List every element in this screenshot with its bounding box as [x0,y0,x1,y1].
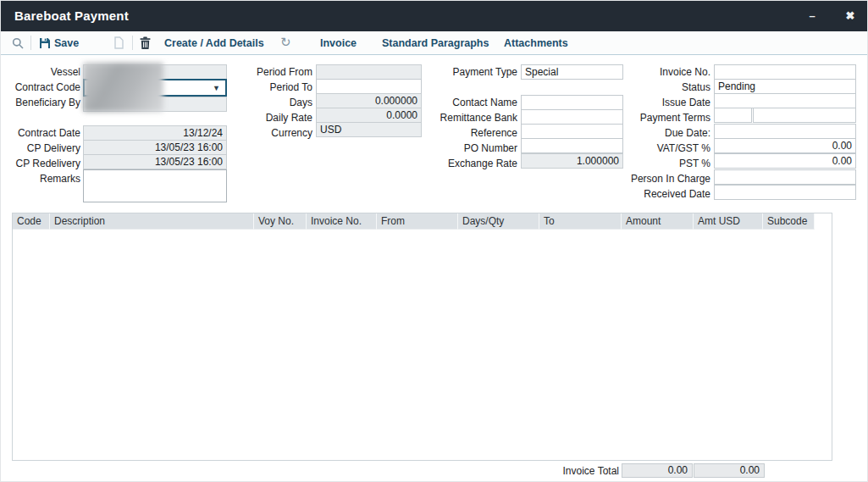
create-add-details-button[interactable]: Create / Add Details [164,31,264,55]
details-grid-body [13,230,832,460]
copy-document-icon[interactable] [114,36,124,51]
exchange-rate-label: Exchange Rate [424,156,517,171]
standard-paragraphs-button[interactable]: Standard Paragraphs [382,31,489,55]
person-in-charge-field[interactable] [714,169,856,185]
issue-date-field[interactable] [714,93,856,108]
contract-code-label: Contract Code [1,80,80,95]
details-grid: Code Description Voy No. Invoice No. Fro… [12,213,832,461]
invoice-no-field[interactable] [714,64,856,80]
beneficiary-by-label: Beneficiary By [1,95,80,110]
bareboat-payment-window: Bareboat Payment – ✖ Save Create / Add D… [0,0,868,482]
invoice-button[interactable]: Invoice [320,31,357,55]
column-header-voy-no[interactable]: Voy No. [254,213,307,230]
payment-type-label: Payment Type [424,64,517,80]
period-to-label: Period To [238,80,312,95]
vat-gst-label: VAT/GST % [594,141,710,156]
invoice-total-label: Invoice Total [517,463,619,479]
cp-redelivery-field [83,154,227,169]
status-field[interactable] [714,79,856,94]
toolbar-separator [132,36,133,50]
column-header-amount[interactable]: Amount [622,213,694,230]
chevron-down-icon[interactable]: ▼ [213,83,220,93]
save-icon[interactable] [39,37,51,51]
toolbar-separator [30,36,31,50]
column-header-from[interactable]: From [377,213,458,230]
due-date-label: Due Date: [594,125,710,141]
details-grid-header: Code Description Voy No. Invoice No. Fro… [13,213,815,230]
redacted-overlay [83,63,163,112]
column-header-description[interactable]: Description [50,213,254,230]
currency-label: Currency [238,125,312,141]
search-icon[interactable] [12,37,24,51]
remarks-field[interactable] [83,169,227,202]
cp-delivery-label: CP Delivery [1,141,80,156]
po-number-label: PO Number [424,141,517,156]
payment-terms-label: Payment Terms [594,110,710,125]
cp-delivery-field [83,140,227,155]
vessel-label: Vessel [1,64,80,80]
daily-rate-field [316,108,422,123]
column-header-code[interactable]: Code [13,213,50,230]
pst-label: PST % [594,156,710,171]
column-header-invoice-no[interactable]: Invoice No. [307,213,377,230]
due-date-field[interactable] [714,124,856,139]
payment-terms-desc-field[interactable] [753,108,856,123]
toolbar: Save Create / Add Details ↻ Invoice Stan… [1,31,867,55]
currency-field [316,122,422,137]
period-to-field[interactable] [316,79,422,94]
reference-label: Reference [424,125,517,141]
delete-trash-icon[interactable] [140,36,151,52]
contract-date-label: Contract Date [1,125,80,141]
cp-redelivery-label: CP Redelivery [1,156,80,171]
remittance-bank-label: Remittance Bank [424,110,517,125]
invoice-total-amount-usd: 0.00 [694,463,765,478]
daily-rate-label: Daily Rate [238,110,312,125]
remarks-label: Remarks [1,171,80,186]
contact-name-label: Contact Name [424,95,517,110]
attachments-button[interactable]: Attachments [504,31,568,55]
contract-date-field [83,125,227,141]
received-date-label: Received Date [594,186,710,202]
column-header-amt-usd[interactable]: Amt USD [694,213,763,230]
refresh-icon[interactable]: ↻ [280,36,291,48]
invoice-no-label: Invoice No. [594,64,710,80]
issue-date-label: Issue Date [594,95,710,110]
person-in-charge-label: Person In Charge [594,171,710,186]
title-bar: Bareboat Payment – ✖ [1,1,867,31]
period-from-label: Period From [238,64,312,80]
save-button[interactable]: Save [54,31,79,55]
days-field [316,93,422,108]
days-label: Days [238,95,312,110]
column-header-to[interactable]: To [539,213,622,230]
close-icon[interactable]: ✖ [838,1,863,31]
invoice-total-amount: 0.00 [622,463,693,478]
payment-terms-days-field[interactable] [714,108,752,123]
window-title: Bareboat Payment [14,1,129,31]
period-from-field [316,64,422,80]
received-date-field[interactable] [714,185,856,200]
status-label: Status [594,80,710,95]
column-header-subcode[interactable]: Subcode [763,213,815,230]
vat-gst-field[interactable] [714,138,856,153]
column-header-days-qty[interactable]: Days/Qty [458,213,539,230]
minimize-icon[interactable]: – [799,1,825,31]
pst-field[interactable] [714,153,856,169]
